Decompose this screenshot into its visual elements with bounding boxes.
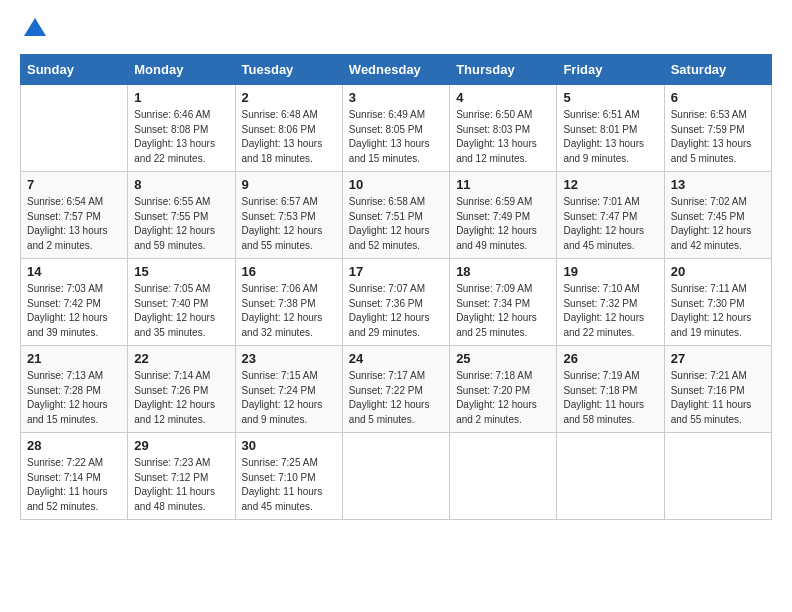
day-info: Sunrise: 6:59 AM Sunset: 7:49 PM Dayligh…	[456, 195, 550, 253]
calendar-cell: 15Sunrise: 7:05 AM Sunset: 7:40 PM Dayli…	[128, 259, 235, 346]
day-info: Sunrise: 7:10 AM Sunset: 7:32 PM Dayligh…	[563, 282, 657, 340]
calendar-cell	[664, 433, 771, 520]
day-number: 8	[134, 177, 228, 192]
calendar-cell: 8Sunrise: 6:55 AM Sunset: 7:55 PM Daylig…	[128, 172, 235, 259]
weekday-header-tuesday: Tuesday	[235, 55, 342, 85]
logo	[20, 20, 46, 44]
calendar-cell	[21, 85, 128, 172]
day-info: Sunrise: 6:57 AM Sunset: 7:53 PM Dayligh…	[242, 195, 336, 253]
day-info: Sunrise: 7:15 AM Sunset: 7:24 PM Dayligh…	[242, 369, 336, 427]
day-info: Sunrise: 6:51 AM Sunset: 8:01 PM Dayligh…	[563, 108, 657, 166]
day-info: Sunrise: 7:21 AM Sunset: 7:16 PM Dayligh…	[671, 369, 765, 427]
day-info: Sunrise: 6:54 AM Sunset: 7:57 PM Dayligh…	[27, 195, 121, 253]
calendar-cell: 16Sunrise: 7:06 AM Sunset: 7:38 PM Dayli…	[235, 259, 342, 346]
day-number: 21	[27, 351, 121, 366]
day-info: Sunrise: 7:14 AM Sunset: 7:26 PM Dayligh…	[134, 369, 228, 427]
calendar-cell: 28Sunrise: 7:22 AM Sunset: 7:14 PM Dayli…	[21, 433, 128, 520]
calendar-cell: 10Sunrise: 6:58 AM Sunset: 7:51 PM Dayli…	[342, 172, 449, 259]
calendar-cell: 4Sunrise: 6:50 AM Sunset: 8:03 PM Daylig…	[450, 85, 557, 172]
calendar-cell	[450, 433, 557, 520]
calendar-cell: 6Sunrise: 6:53 AM Sunset: 7:59 PM Daylig…	[664, 85, 771, 172]
calendar-cell: 3Sunrise: 6:49 AM Sunset: 8:05 PM Daylig…	[342, 85, 449, 172]
day-number: 24	[349, 351, 443, 366]
day-number: 6	[671, 90, 765, 105]
day-number: 27	[671, 351, 765, 366]
calendar-cell: 29Sunrise: 7:23 AM Sunset: 7:12 PM Dayli…	[128, 433, 235, 520]
weekday-header-wednesday: Wednesday	[342, 55, 449, 85]
day-number: 30	[242, 438, 336, 453]
calendar-cell: 30Sunrise: 7:25 AM Sunset: 7:10 PM Dayli…	[235, 433, 342, 520]
day-info: Sunrise: 7:23 AM Sunset: 7:12 PM Dayligh…	[134, 456, 228, 514]
calendar-cell: 1Sunrise: 6:46 AM Sunset: 8:08 PM Daylig…	[128, 85, 235, 172]
page-header	[20, 20, 772, 44]
day-number: 28	[27, 438, 121, 453]
calendar-cell: 2Sunrise: 6:48 AM Sunset: 8:06 PM Daylig…	[235, 85, 342, 172]
day-info: Sunrise: 7:03 AM Sunset: 7:42 PM Dayligh…	[27, 282, 121, 340]
day-number: 14	[27, 264, 121, 279]
day-info: Sunrise: 7:18 AM Sunset: 7:20 PM Dayligh…	[456, 369, 550, 427]
calendar-table: SundayMondayTuesdayWednesdayThursdayFrid…	[20, 54, 772, 520]
day-info: Sunrise: 7:06 AM Sunset: 7:38 PM Dayligh…	[242, 282, 336, 340]
day-number: 9	[242, 177, 336, 192]
weekday-header-row: SundayMondayTuesdayWednesdayThursdayFrid…	[21, 55, 772, 85]
calendar-cell: 26Sunrise: 7:19 AM Sunset: 7:18 PM Dayli…	[557, 346, 664, 433]
day-number: 13	[671, 177, 765, 192]
day-number: 25	[456, 351, 550, 366]
day-number: 1	[134, 90, 228, 105]
day-number: 3	[349, 90, 443, 105]
day-number: 20	[671, 264, 765, 279]
day-info: Sunrise: 7:01 AM Sunset: 7:47 PM Dayligh…	[563, 195, 657, 253]
day-number: 12	[563, 177, 657, 192]
weekday-header-thursday: Thursday	[450, 55, 557, 85]
svg-marker-0	[24, 18, 46, 36]
day-info: Sunrise: 6:55 AM Sunset: 7:55 PM Dayligh…	[134, 195, 228, 253]
calendar-cell: 7Sunrise: 6:54 AM Sunset: 7:57 PM Daylig…	[21, 172, 128, 259]
day-number: 18	[456, 264, 550, 279]
day-info: Sunrise: 6:49 AM Sunset: 8:05 PM Dayligh…	[349, 108, 443, 166]
calendar-cell: 23Sunrise: 7:15 AM Sunset: 7:24 PM Dayli…	[235, 346, 342, 433]
day-info: Sunrise: 6:58 AM Sunset: 7:51 PM Dayligh…	[349, 195, 443, 253]
day-number: 23	[242, 351, 336, 366]
day-info: Sunrise: 7:13 AM Sunset: 7:28 PM Dayligh…	[27, 369, 121, 427]
calendar-cell: 19Sunrise: 7:10 AM Sunset: 7:32 PM Dayli…	[557, 259, 664, 346]
day-number: 29	[134, 438, 228, 453]
calendar-cell: 22Sunrise: 7:14 AM Sunset: 7:26 PM Dayli…	[128, 346, 235, 433]
weekday-header-sunday: Sunday	[21, 55, 128, 85]
day-number: 7	[27, 177, 121, 192]
day-number: 17	[349, 264, 443, 279]
day-number: 10	[349, 177, 443, 192]
logo-icon	[24, 18, 46, 36]
day-info: Sunrise: 7:05 AM Sunset: 7:40 PM Dayligh…	[134, 282, 228, 340]
weekday-header-friday: Friday	[557, 55, 664, 85]
calendar-cell	[342, 433, 449, 520]
day-info: Sunrise: 7:02 AM Sunset: 7:45 PM Dayligh…	[671, 195, 765, 253]
day-number: 16	[242, 264, 336, 279]
day-info: Sunrise: 7:19 AM Sunset: 7:18 PM Dayligh…	[563, 369, 657, 427]
day-number: 5	[563, 90, 657, 105]
day-number: 2	[242, 90, 336, 105]
day-number: 26	[563, 351, 657, 366]
weekday-header-saturday: Saturday	[664, 55, 771, 85]
calendar-cell: 17Sunrise: 7:07 AM Sunset: 7:36 PM Dayli…	[342, 259, 449, 346]
week-row-4: 21Sunrise: 7:13 AM Sunset: 7:28 PM Dayli…	[21, 346, 772, 433]
day-info: Sunrise: 6:48 AM Sunset: 8:06 PM Dayligh…	[242, 108, 336, 166]
calendar-cell: 21Sunrise: 7:13 AM Sunset: 7:28 PM Dayli…	[21, 346, 128, 433]
week-row-1: 1Sunrise: 6:46 AM Sunset: 8:08 PM Daylig…	[21, 85, 772, 172]
day-number: 4	[456, 90, 550, 105]
day-number: 15	[134, 264, 228, 279]
day-info: Sunrise: 7:07 AM Sunset: 7:36 PM Dayligh…	[349, 282, 443, 340]
day-info: Sunrise: 7:22 AM Sunset: 7:14 PM Dayligh…	[27, 456, 121, 514]
day-info: Sunrise: 7:11 AM Sunset: 7:30 PM Dayligh…	[671, 282, 765, 340]
calendar-cell: 9Sunrise: 6:57 AM Sunset: 7:53 PM Daylig…	[235, 172, 342, 259]
day-number: 19	[563, 264, 657, 279]
calendar-cell: 5Sunrise: 6:51 AM Sunset: 8:01 PM Daylig…	[557, 85, 664, 172]
calendar-cell: 18Sunrise: 7:09 AM Sunset: 7:34 PM Dayli…	[450, 259, 557, 346]
calendar-cell: 27Sunrise: 7:21 AM Sunset: 7:16 PM Dayli…	[664, 346, 771, 433]
calendar-cell: 20Sunrise: 7:11 AM Sunset: 7:30 PM Dayli…	[664, 259, 771, 346]
week-row-3: 14Sunrise: 7:03 AM Sunset: 7:42 PM Dayli…	[21, 259, 772, 346]
day-number: 22	[134, 351, 228, 366]
calendar-cell: 11Sunrise: 6:59 AM Sunset: 7:49 PM Dayli…	[450, 172, 557, 259]
week-row-5: 28Sunrise: 7:22 AM Sunset: 7:14 PM Dayli…	[21, 433, 772, 520]
calendar-cell: 12Sunrise: 7:01 AM Sunset: 7:47 PM Dayli…	[557, 172, 664, 259]
day-info: Sunrise: 6:50 AM Sunset: 8:03 PM Dayligh…	[456, 108, 550, 166]
